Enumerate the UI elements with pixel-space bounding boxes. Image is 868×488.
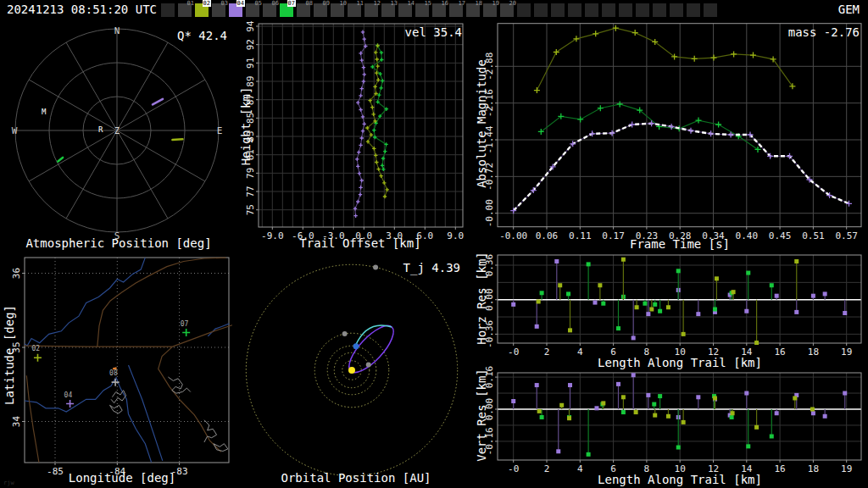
- station-box-blank-30[interactable]: [670, 3, 683, 17]
- station-box-05[interactable]: 05: [246, 3, 259, 17]
- station-box-label: 10: [340, 0, 347, 7]
- station-box-blank-27[interactable]: [619, 3, 632, 17]
- vert-residuals-xlabel: Length Along Trail [km]: [498, 473, 862, 486]
- station-box-label: 16: [442, 0, 448, 7]
- cardinal-east-label: E: [217, 125, 223, 136]
- map-border: [159, 347, 221, 452]
- station-box-blank-26[interactable]: [602, 3, 615, 17]
- panel-light-curve: -0.000.060.110.170.230.280.340.400.450.5…: [475, 20, 868, 254]
- station-box-blank-28[interactable]: [636, 3, 649, 17]
- meteor-track-station-07: [58, 158, 63, 162]
- trail-offset-plot: -9.0-6.0-3.00.03.06.09.09492918987858381…: [237, 20, 475, 254]
- station-box-04[interactable]: 04: [229, 3, 242, 17]
- planet-dot-jupiter: [373, 264, 378, 269]
- station-box-label: 14: [408, 0, 415, 7]
- station-box-20[interactable]: 20: [500, 3, 514, 17]
- ground-map-xlabel: Longitude [deg]: [16, 471, 228, 485]
- axes: -85-84-83363534: [11, 258, 229, 477]
- station-box-14[interactable]: 14: [398, 3, 412, 17]
- station-box-19[interactable]: 19: [483, 3, 497, 17]
- station-box-blank-25[interactable]: [585, 3, 598, 17]
- map-river: [25, 258, 145, 346]
- atmospheric-position-title: Atmospheric Position [deg]: [0, 236, 237, 250]
- station-box-11[interactable]: 11: [348, 3, 361, 17]
- station-box-blank-32[interactable]: [704, 3, 717, 17]
- station-box-label: 18: [476, 0, 482, 7]
- vert-residuals-ylabel: Vert Res [km]: [475, 330, 488, 488]
- station-box-blank-23[interactable]: [551, 3, 565, 17]
- map-station-label: 02: [31, 345, 40, 352]
- map-border: [26, 375, 39, 462]
- mass-label: mass -2.76: [788, 25, 860, 39]
- map-station-07: 07: [181, 320, 191, 337]
- station-box-09[interactable]: 09: [314, 3, 327, 17]
- light-curve-plot: -0.000.060.110.170.230.280.340.400.450.5…: [475, 20, 868, 254]
- sun-dot: [348, 367, 355, 374]
- station-box-13[interactable]: 13: [381, 3, 395, 17]
- trail-offset-ylabel: Height [km]: [239, 42, 253, 211]
- zenith-marker: Z: [114, 126, 120, 136]
- station-box-label: 08: [306, 0, 313, 7]
- shower-code-label: GEM: [838, 3, 860, 16]
- panel-residuals: -024681012141618190.360.00-0.36-02468101…: [475, 254, 868, 488]
- station-box-blank-0[interactable]: [161, 3, 175, 17]
- station-box-01[interactable]: 01: [178, 3, 192, 17]
- station-box-16[interactable]: 16: [432, 3, 446, 17]
- station-box-label: 07: [287, 0, 296, 7]
- station-box-label: 17: [459, 0, 465, 7]
- trail-offset-xlabel: Trail Offset [km]: [250, 236, 470, 250]
- fit-line: [514, 124, 849, 211]
- meteor-analysis-screen: 20241213 08:51:20 UTC 010203040506070809…: [0, 0, 868, 488]
- station-box-07[interactable]: 07: [280, 3, 293, 17]
- station-box-02[interactable]: 02: [195, 3, 209, 17]
- earth-dot: [353, 343, 359, 349]
- ground-map-ylabel: Latitude [deg]: [3, 270, 16, 440]
- map-station-08: 08: [109, 369, 120, 386]
- map-station-label: 04: [64, 391, 73, 399]
- map-border: [97, 258, 226, 347]
- station-box-06[interactable]: 06: [263, 3, 276, 17]
- station-box-17[interactable]: 17: [449, 3, 463, 17]
- station-box-blank-31[interactable]: [687, 3, 700, 17]
- panel-orbit: T_j 4.39 Orbital Position [AU]: [237, 254, 475, 488]
- planet-dot-venus: [366, 363, 371, 368]
- axes: -024681012141618190.160.00-0.16: [484, 366, 861, 474]
- station-box-label: 04: [236, 0, 245, 7]
- residual-series-station-07: [540, 262, 774, 330]
- axes: -024681012141618190.360.00-0.36: [484, 254, 861, 358]
- station-box-08[interactable]: 08: [297, 3, 310, 17]
- map-border: [25, 346, 172, 347]
- atmospheric-position-plot: NSWEZMR: [0, 20, 237, 254]
- station-box-blank-29[interactable]: [653, 3, 666, 17]
- station-box-10[interactable]: 10: [331, 3, 344, 17]
- station-box-label: 15: [425, 0, 431, 7]
- station-box-label: 13: [391, 0, 398, 7]
- station-box-18[interactable]: 18: [466, 3, 480, 17]
- station-box-15[interactable]: 15: [415, 3, 429, 17]
- map-river: [129, 365, 163, 461]
- velocity-label: vel 35.4: [405, 25, 462, 39]
- residuals-plot: -024681012141618190.360.00-0.36-02468101…: [475, 254, 868, 488]
- orbit-title: Orbital Position [AU]: [237, 471, 475, 485]
- station-box-blank-24[interactable]: [568, 3, 581, 17]
- station-box-blank-21[interactable]: [517, 3, 531, 17]
- station-box-label: 11: [357, 0, 364, 7]
- light-curve-ylabel: Absolute Magnitude: [475, 39, 488, 208]
- plot-box: [498, 24, 861, 227]
- station-box-label: 20: [509, 0, 516, 7]
- panel-trail-offset: -9.0-6.0-3.00.03.06.09.09492918987858381…: [237, 20, 475, 254]
- map-urban-area: [168, 377, 190, 393]
- station-box-12[interactable]: 12: [364, 3, 378, 17]
- map-urban-area: [110, 405, 123, 413]
- series-station-04: [510, 120, 852, 214]
- ground-map-plot: -85-84-8336353402040708: [0, 254, 237, 488]
- map-river: [116, 377, 152, 463]
- horz-residuals-xlabel: Length Along Trail [km]: [498, 356, 862, 369]
- series-station-02: [534, 25, 796, 93]
- station-box-blank-22[interactable]: [534, 3, 548, 17]
- station-status-bar: 0102030405060708091011121314151617181920: [161, 3, 717, 17]
- y-tick-label: 94: [245, 20, 256, 32]
- residual-series-station-02: [537, 395, 815, 430]
- station-box-label: 19: [492, 0, 499, 7]
- station-box-03[interactable]: 03: [212, 3, 225, 17]
